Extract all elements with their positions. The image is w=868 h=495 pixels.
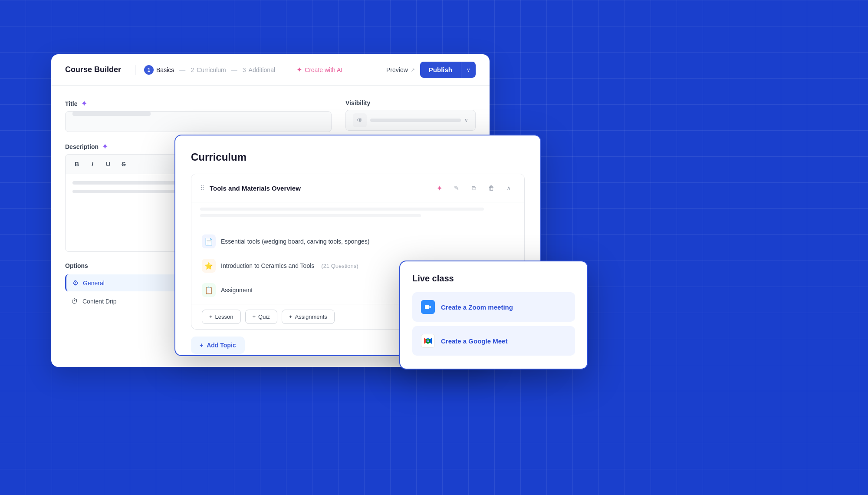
list-item: 📄 Essential tools (wedging board, carvin… [191,229,524,254]
add-quiz-label: Quiz [258,314,270,320]
ai-sparkle-icon: ✦ [437,184,442,192]
live-class-title: Live class [412,274,575,284]
add-assignments-label: Assignments [295,314,327,320]
header-divider [135,65,135,75]
underline-button[interactable]: U [102,158,114,170]
live-class-card: Live class Create a Zoom meeting C [399,261,588,370]
course-builder-header: Course Builder 1 Basics — 2 Curriculum —… [51,54,490,86]
title-input[interactable] [65,111,332,132]
add-topic-button[interactable]: + Add Topic [191,337,245,354]
step-1-label: Basics [156,66,174,73]
header-divider-2 [284,65,284,75]
plus-icon: + [253,314,256,320]
add-lesson-button[interactable]: + Lesson [202,310,241,324]
lesson-quiz-icon: ⭐ [202,259,216,273]
plus-icon: + [200,342,203,349]
step-arrow-1: — [179,66,185,73]
step-1-num: 1 [144,65,154,75]
chevron-up-icon: ∧ [506,185,511,191]
description-label-text: Description [65,143,99,150]
description-sparkle-icon: ✦ [102,142,108,151]
lesson-file-icon: 📄 [202,234,216,248]
publish-button[interactable]: Publish [420,62,461,78]
topic-actions: ✦ ✎ ⧉ 🗑 ∧ [432,181,516,195]
header-actions: Preview ↗ Publish ∨ [386,62,476,78]
add-quiz-button[interactable]: + Quiz [245,310,277,324]
topic-description-area [191,202,524,228]
desc-line-1 [200,208,484,211]
curriculum-title: Curriculum [191,151,525,163]
visibility-select[interactable]: 👁 ∨ [345,110,476,131]
copy-icon: ⧉ [472,185,476,192]
italic-button[interactable]: I [86,158,99,170]
lesson-2-badge: (21 Questions) [321,263,358,269]
step-1[interactable]: 1 Basics [144,65,174,75]
lesson-1-text: Essential tools (wedging board, carving … [221,238,369,245]
topic-name: Tools and Materials Overview [210,185,432,192]
option-content-drip-label: Content Drip [82,298,117,305]
step-2-label: Curriculum [197,66,226,73]
title-placeholder [72,112,151,116]
lesson-assign-icon: 📋 [202,283,216,297]
clock-icon: ⏱ [71,297,78,305]
drag-handle-icon[interactable]: ⠿ [200,185,204,191]
app-title: Course Builder [65,65,121,74]
step-3-label: Additional [249,66,276,73]
topic-copy-button[interactable]: ⧉ [467,181,481,195]
plus-icon: + [209,314,213,320]
strikethrough-button[interactable]: S [118,158,130,170]
step-arrow-2: — [231,66,237,73]
chevron-down-icon: ∨ [464,117,468,123]
add-topic-label: Add Topic [207,342,236,349]
publish-dropdown-button[interactable]: ∨ [461,62,476,78]
topic-delete-button[interactable]: 🗑 [484,181,498,195]
ai-button-label: Create with AI [305,66,342,73]
visibility-text-placeholder [370,119,461,122]
gear-icon: ⚙ [72,279,79,287]
title-label-text: Title [65,100,78,107]
lesson-3-text: Assignment [221,287,253,294]
title-sparkle-icon: ✦ [81,99,87,108]
create-with-ai-button[interactable]: ✦ Create with AI [296,66,342,74]
visibility-eye-icon: 👁 [353,113,367,127]
visibility-label: Visibility [345,99,476,106]
step-2-num-plain: 2 [191,66,194,73]
ai-sparkle-icon: ✦ [296,66,302,74]
create-google-meet-button[interactable]: Create a Google Meet [412,326,575,356]
trash-icon: 🗑 [488,185,494,191]
title-field-label: Title ✦ [65,99,332,108]
preview-button[interactable]: Preview ↗ [386,66,415,73]
zoom-icon [421,300,435,314]
topic-collapse-button[interactable]: ∧ [502,181,516,195]
step-3-num-plain: 3 [243,66,246,73]
create-google-meet-label: Create a Google Meet [441,337,507,345]
edit-icon: ✎ [454,185,459,191]
breadcrumb-steps: 1 Basics — 2 Curriculum — 3 Additional ✦… [144,65,379,75]
step-2[interactable]: 2 Curriculum [191,66,226,73]
desc-line-2 [200,214,421,217]
lesson-2-text: Introduction to Ceramics and Tools [221,262,314,269]
add-assignments-button[interactable]: + Assignments [282,310,335,324]
svg-point-2 [427,340,429,342]
step-3[interactable]: 3 Additional [243,66,275,73]
topic-edit-button[interactable]: ✎ [450,181,464,195]
option-general-label: General [83,280,105,287]
chevron-down-icon: ∨ [467,67,470,73]
topic-ai-button[interactable]: ✦ [432,181,446,195]
publish-button-group: Publish ∨ [420,62,476,78]
create-zoom-label: Create a Zoom meeting [441,304,513,311]
bold-button[interactable]: B [71,158,83,170]
external-link-icon: ↗ [411,67,415,73]
google-meet-icon [421,334,435,348]
plus-icon: + [289,314,293,320]
add-lesson-label: Lesson [215,314,233,320]
preview-label: Preview [386,66,408,73]
topic-header: ⠿ Tools and Materials Overview ✦ ✎ ⧉ 🗑 ∧ [191,174,524,202]
create-zoom-meeting-button[interactable]: Create a Zoom meeting [412,292,575,322]
